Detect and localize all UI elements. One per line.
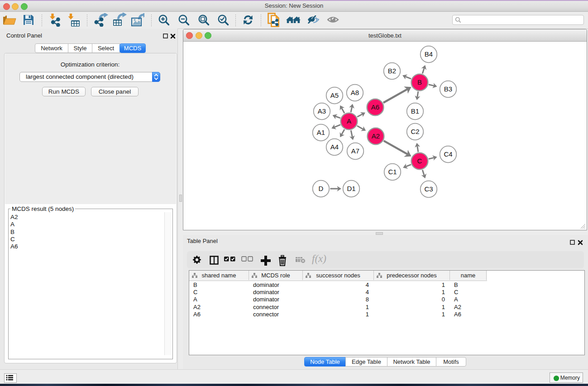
- svg-text:B3: B3: [444, 85, 452, 93]
- svg-text:B4: B4: [425, 50, 433, 58]
- svg-text:A7: A7: [351, 147, 359, 155]
- svg-text:A8: A8: [351, 89, 359, 96]
- svg-text:C: C: [417, 157, 422, 165]
- svg-text:C4: C4: [444, 150, 452, 158]
- svg-text:A2: A2: [372, 132, 380, 140]
- svg-text:C3: C3: [424, 185, 433, 193]
- svg-text:A4: A4: [330, 143, 339, 151]
- svg-text:A3: A3: [318, 107, 326, 115]
- svg-text:B2: B2: [388, 67, 396, 75]
- svg-text:C1: C1: [388, 168, 397, 176]
- svg-text:B: B: [417, 78, 422, 86]
- svg-text:D: D: [319, 185, 324, 192]
- svg-text:C2: C2: [411, 128, 419, 135]
- svg-text:A1: A1: [317, 129, 325, 136]
- svg-text:D1: D1: [347, 185, 355, 192]
- svg-text:A5: A5: [330, 91, 339, 99]
- svg-text:B1: B1: [411, 107, 419, 115]
- svg-text:A: A: [347, 117, 351, 125]
- svg-text:A6: A6: [371, 103, 379, 111]
